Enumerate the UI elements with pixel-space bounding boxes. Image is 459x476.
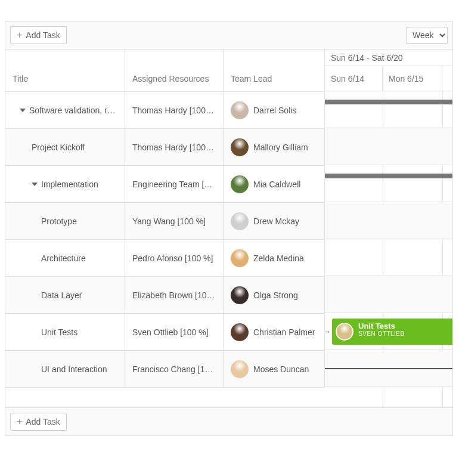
timeline-body[interactable]: → Unit Tests SVEN OTTLIEB (325, 91, 452, 407)
cell-resources: Sven Ottlieb [100 %] (125, 314, 224, 350)
cell-resources: Engineering Team [​… (125, 166, 224, 202)
avatar (231, 360, 249, 378)
table-row[interactable]: Project KickoffThomas Hardy [100…Mallory… (5, 129, 325, 166)
avatar (231, 286, 249, 304)
timeline-row (325, 165, 452, 202)
task-bar-subtitle: SVEN OTTLIEB (358, 330, 452, 337)
table-row[interactable]: Software validation, res…Thomas Hardy [1… (5, 92, 325, 129)
lead-name: Moses Duncan (253, 364, 309, 374)
timeline-day-headers: Sun 6/14 Mon 6/15 (325, 66, 452, 91)
chevron-down-icon[interactable] (32, 183, 38, 186)
task-title: UI and Interaction (41, 364, 107, 374)
avatar (231, 323, 249, 341)
cell-title: Prototype (5, 203, 125, 239)
cell-resources: Elizabeth Brown [10… (125, 277, 224, 313)
task-rows: Software validation, res…Thomas Hardy [1… (5, 92, 325, 388)
left-header: Title Assigned Resources Team Lead (5, 50, 325, 92)
lead-name: Mia Caldwell (253, 180, 300, 189)
cell-lead: Darrel Solis (224, 92, 325, 128)
table-row[interactable]: ImplementationEngineering Team [​…Mia Ca… (5, 166, 325, 203)
lead-name: Drew Mckay (253, 217, 299, 226)
avatar (231, 249, 249, 267)
col-header-title[interactable]: Title (5, 66, 125, 91)
cell-resources: Thomas Hardy [100… (125, 129, 224, 165)
task-title: Architecture (41, 254, 86, 263)
task-bar-unit-tests[interactable]: Unit Tests SVEN OTTLIEB (332, 319, 452, 345)
timeline-range: Sun 6/14 - Sat 6/20 (325, 50, 452, 66)
resources-text: Engineering Team [​… (132, 180, 212, 189)
summary-bar[interactable] (325, 174, 452, 178)
avatar (231, 138, 249, 156)
timeline-row (325, 128, 452, 165)
table-row[interactable]: Unit TestsSven Ottlieb [100 %]Christian … (5, 314, 325, 351)
task-bar-title: Unit Tests (358, 322, 452, 330)
lead-name: Zelda Medina (253, 254, 304, 263)
timeline-row (325, 202, 452, 239)
timeline-row: → Unit Tests SVEN OTTLIEB (325, 313, 452, 350)
timeline-row (325, 350, 452, 387)
resources-text: Sven Ottlieb [100 %] (132, 327, 209, 337)
cell-resources: Yang Wang [100 %] (125, 203, 224, 239)
task-title: Prototype (41, 217, 77, 226)
table-row[interactable]: Data LayerElizabeth Brown [10…Olga Stron… (5, 277, 325, 314)
task-title: Data Layer (41, 290, 82, 300)
avatar (336, 323, 353, 341)
lead-name: Christian Palmer (253, 327, 315, 337)
cell-lead: Moses Duncan (224, 351, 325, 387)
lead-name: Olga Strong (253, 290, 298, 300)
lead-name: Mallory Gilliam (253, 143, 308, 152)
cell-lead: Christian Palmer (224, 314, 325, 350)
cell-title: Project Kickoff (5, 129, 125, 165)
progress-bar[interactable] (325, 368, 452, 369)
cell-resources: Thomas Hardy [100… (125, 92, 224, 128)
add-task-button-footer[interactable]: + Add Task (10, 413, 67, 431)
avatar (231, 212, 249, 230)
toolbar: + Add Task Week (5, 21, 452, 50)
timeline-pane: Sun 6/14 - Sat 6/20 Sun 6/14 Mon 6/15 (325, 50, 452, 407)
cell-lead: Mallory Gilliam (224, 129, 325, 165)
dependency-arrow-icon: → (325, 327, 331, 336)
cell-title: Implementation (5, 166, 125, 202)
resources-text: Pedro Afonso [100 %] (132, 254, 213, 263)
timeline-row (325, 91, 452, 128)
task-title: Software validation, res… (29, 106, 117, 115)
day-header-mon[interactable]: Mon 6/15 (383, 66, 442, 91)
cell-resources: Francisco Chang [1… (125, 351, 224, 387)
resources-text: Francisco Chang [1… (132, 364, 213, 374)
table-row[interactable]: PrototypeYang Wang [100 %]Drew Mckay (5, 203, 325, 240)
resources-text: Elizabeth Brown [10… (132, 290, 215, 300)
add-task-label: Add Task (26, 30, 60, 40)
grid: Title Assigned Resources Team Lead Softw… (5, 50, 452, 407)
add-task-button[interactable]: + Add Task (10, 26, 67, 44)
lead-name: Darrel Solis (253, 106, 296, 115)
cell-title: Architecture (5, 240, 125, 276)
avatar (231, 175, 249, 193)
table-row[interactable]: UI and InteractionFrancisco Chang [1…Mos… (5, 351, 325, 388)
day-header-sun[interactable]: Sun 6/14 (325, 66, 383, 91)
chevron-down-icon[interactable] (20, 109, 26, 112)
col-header-resources[interactable]: Assigned Resources (125, 66, 223, 91)
cell-title: Data Layer (5, 277, 125, 313)
col-header-lead[interactable]: Team Lead (224, 66, 324, 91)
gantt-container: + Add Task Week Title Assigned Resources (5, 21, 453, 436)
summary-bar[interactable] (325, 100, 452, 104)
plus-icon: + (17, 417, 22, 426)
resources-text: Yang Wang [100 %] (132, 217, 206, 226)
timeline-row (325, 239, 452, 276)
timeline-row (325, 276, 452, 313)
cell-title: UI and Interaction (5, 351, 125, 387)
cell-title: Unit Tests (5, 314, 125, 350)
view-select[interactable]: Week (406, 27, 448, 44)
task-title: Implementation (41, 180, 98, 189)
cell-lead: Drew Mckay (224, 203, 325, 239)
resources-text: Thomas Hardy [100… (132, 143, 214, 152)
resources-text: Thomas Hardy [100… (132, 106, 214, 115)
table-row[interactable]: ArchitecturePedro Afonso [100 %]Zelda Me… (5, 240, 325, 277)
footer: + Add Task (5, 407, 452, 435)
task-title: Unit Tests (41, 327, 77, 337)
cell-lead: Mia Caldwell (224, 166, 325, 202)
cell-lead: Olga Strong (224, 277, 325, 313)
cell-resources: Pedro Afonso [100 %] (125, 240, 224, 276)
task-title: Project Kickoff (32, 143, 85, 152)
cell-lead: Zelda Medina (224, 240, 325, 276)
